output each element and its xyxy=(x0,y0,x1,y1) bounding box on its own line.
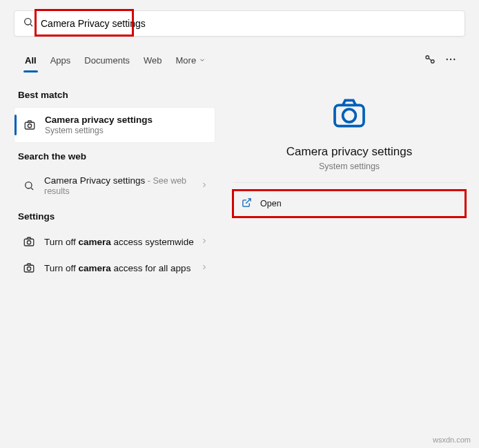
svg-line-1 xyxy=(30,24,32,26)
svg-point-0 xyxy=(25,19,31,25)
result-title: Camera privacy settings xyxy=(45,115,208,125)
camera-icon xyxy=(21,235,37,248)
chevron-right-icon xyxy=(200,262,208,274)
filter-tabs: All Apps Documents Web More xyxy=(0,42,479,73)
svg-point-12 xyxy=(27,241,30,244)
svg-point-9 xyxy=(26,182,32,188)
svg-point-4 xyxy=(447,59,448,60)
result-turn-off-camera-systemwide[interactable]: Turn off camera access systemwide xyxy=(14,228,215,255)
detail-subtitle: System settings xyxy=(233,162,465,171)
search-box[interactable] xyxy=(14,10,465,37)
tab-more[interactable]: More xyxy=(169,50,213,72)
open-button[interactable]: Open xyxy=(233,191,465,216)
svg-rect-7 xyxy=(25,122,35,129)
result-title: Camera Privacy settings - See web result… xyxy=(44,175,196,196)
svg-line-17 xyxy=(246,199,251,204)
svg-point-5 xyxy=(450,59,451,60)
tab-more-label: More xyxy=(176,55,197,66)
tab-web[interactable]: Web xyxy=(137,50,169,72)
search-icon xyxy=(21,180,37,191)
watermark: wsxdn.com xyxy=(433,436,471,444)
svg-point-16 xyxy=(343,109,356,122)
chevron-down-icon xyxy=(199,57,206,64)
tab-documents[interactable]: Documents xyxy=(77,50,137,72)
svg-rect-13 xyxy=(24,265,34,272)
result-turn-off-camera-all-apps[interactable]: Turn off camera access for all apps xyxy=(14,255,215,281)
connect-icon[interactable] xyxy=(420,49,440,72)
result-web-camera-privacy[interactable]: Camera Privacy settings - See web result… xyxy=(14,168,215,203)
search-input[interactable] xyxy=(41,18,456,29)
camera-icon xyxy=(21,262,37,274)
tab-apps[interactable]: Apps xyxy=(43,50,78,72)
svg-point-8 xyxy=(28,124,31,128)
chevron-right-icon xyxy=(200,235,208,248)
detail-title: Camera privacy settings xyxy=(233,145,465,159)
open-label: Open xyxy=(260,199,282,208)
result-title: Turn off camera access systemwide xyxy=(44,237,196,247)
open-icon xyxy=(242,197,252,210)
section-settings: Settings xyxy=(18,211,215,222)
camera-icon xyxy=(21,119,38,131)
result-camera-privacy-settings[interactable]: Camera privacy settings System settings xyxy=(14,107,215,143)
result-subtitle: System settings xyxy=(45,126,208,135)
search-icon xyxy=(23,17,34,30)
camera-icon-large xyxy=(330,94,369,135)
more-options-icon[interactable] xyxy=(440,49,461,72)
section-best-match: Best match xyxy=(18,90,215,100)
section-search-web: Search the web xyxy=(18,151,215,162)
svg-line-10 xyxy=(31,188,33,190)
chevron-right-icon xyxy=(200,179,208,192)
svg-rect-11 xyxy=(24,239,34,246)
tab-all[interactable]: All xyxy=(18,50,43,72)
detail-panel: Camera privacy settings System settings xyxy=(233,81,465,183)
result-title: Turn off camera access for all apps xyxy=(44,263,196,273)
svg-point-6 xyxy=(453,59,455,60)
svg-point-14 xyxy=(27,267,30,271)
